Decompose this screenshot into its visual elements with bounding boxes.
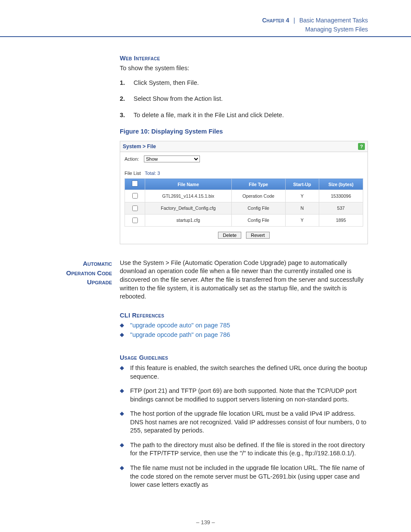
diamond-icon: ◆ <box>120 387 124 404</box>
page-header: Chapter 4 | Basic Management Tasks Manag… <box>0 0 411 37</box>
cell-size: 537 <box>319 202 363 214</box>
file-list-table: File Name File Type Start-Up Size (bytes… <box>125 178 363 227</box>
section-margin-label: Automatic Operation Code Upgrade <box>0 259 112 287</box>
step-number: 2. <box>120 95 129 103</box>
steps-list: 1. Click System, then File. 2. Select Sh… <box>120 79 368 120</box>
list-item: ◆ The host portion of the upgrade file l… <box>120 410 368 435</box>
page-number: – 139 – <box>0 519 411 526</box>
col-file-type: File Type <box>231 179 285 190</box>
step-item: 3. To delete a file, mark it in the File… <box>120 111 368 120</box>
breadcrumb: System > File <box>123 143 156 150</box>
usage-text: If this feature is enabled, the switch s… <box>130 364 368 381</box>
col-select-all[interactable] <box>125 179 145 190</box>
cell-file-name: GTL2691_v114.4.15.1.bix <box>145 190 232 202</box>
chapter-number: Chapter 4 <box>262 17 289 24</box>
step-text: Click System, then File. <box>134 79 199 87</box>
help-icon[interactable]: ? <box>358 143 365 150</box>
usage-guidelines-list: ◆ If this feature is enabled, the switch… <box>120 364 368 489</box>
cli-ref-link[interactable]: "upgrade opcode auto" on page 785 <box>130 321 230 330</box>
file-panel: System > File ? Action: Show File List T… <box>120 141 368 244</box>
table-row: Factory_Default_Config.cfg Config File N… <box>125 202 363 214</box>
cell-start-up: Y <box>285 190 319 202</box>
cell-file-name: Factory_Default_Config.cfg <box>145 202 232 214</box>
list-item: ◆ "upgrade opcode path" on page 786 <box>120 331 368 339</box>
table-row: startup1.cfg Config File Y 1895 <box>125 214 363 226</box>
table-row: GTL2691_v114.4.15.1.bix Operation Code Y… <box>125 190 363 202</box>
step-item: 2. Select Show from the Action list. <box>120 95 368 103</box>
usage-guidelines-heading: Usage Guidelines <box>120 354 368 362</box>
usage-text: The path to the directory must also be d… <box>130 441 368 458</box>
diamond-icon: ◆ <box>120 364 124 381</box>
revert-button[interactable]: Revert <box>246 232 269 239</box>
header-separator: | <box>293 17 295 24</box>
chapter-title: Basic Management Tasks <box>299 17 368 24</box>
cli-ref-link[interactable]: "upgrade opcode path" on page 786 <box>130 331 230 339</box>
row-checkbox[interactable] <box>132 205 138 211</box>
row-checkbox[interactable] <box>132 218 138 223</box>
step-text: Select Show from the Action list. <box>134 95 223 103</box>
action-label: Action: <box>125 156 139 162</box>
cli-references-heading: CLI References <box>120 311 368 320</box>
usage-text: The host portion of the upgrade file loc… <box>130 410 368 435</box>
action-select[interactable]: Show <box>144 156 200 162</box>
row-checkbox[interactable] <box>132 193 138 199</box>
file-list-label: File List <box>125 171 141 176</box>
cell-size: 1895 <box>319 214 363 226</box>
diamond-icon: ◆ <box>120 410 124 435</box>
cell-file-name: startup1.cfg <box>145 214 232 226</box>
list-item: ◆ "upgrade opcode auto" on page 785 <box>120 321 368 330</box>
diamond-icon: ◆ <box>120 322 124 330</box>
col-size: Size (bytes) <box>319 179 363 190</box>
step-number: 1. <box>120 79 129 87</box>
usage-text: FTP (port 21) and TFTP (port 69) are bot… <box>130 387 368 404</box>
step-item: 1. Click System, then File. <box>120 79 368 87</box>
file-list-total: Total: 3 <box>145 171 160 176</box>
cli-references-list: ◆ "upgrade opcode auto" on page 785 ◆ "u… <box>120 321 368 339</box>
step-number: 3. <box>120 111 129 120</box>
diamond-icon: ◆ <box>120 464 124 489</box>
delete-button[interactable]: Delete <box>218 232 241 239</box>
diamond-icon: ◆ <box>120 442 124 458</box>
chapter-subtitle: Managing System Files <box>0 25 368 34</box>
cell-start-up: Y <box>285 214 319 226</box>
col-file-name: File Name <box>145 179 232 190</box>
cell-file-type: Operation Code <box>231 190 285 202</box>
web-interface-lead: To show the system files: <box>120 64 368 73</box>
usage-text: The file name must not be included in th… <box>130 464 368 489</box>
cell-file-type: Config File <box>231 214 285 226</box>
col-start-up: Start-Up <box>285 179 319 190</box>
diamond-icon: ◆ <box>120 331 124 339</box>
cell-size: 15330096 <box>319 190 363 202</box>
figure-caption: Figure 10: Displaying System Files <box>120 128 368 136</box>
auto-upgrade-body: Use the System > File (Automatic Operati… <box>120 259 368 301</box>
list-item: ◆ The path to the directory must also be… <box>120 441 368 458</box>
list-item: ◆ FTP (port 21) and TFTP (port 69) are b… <box>120 387 368 404</box>
list-item: ◆ The file name must not be included in … <box>120 464 368 489</box>
web-interface-heading: Web Interface <box>120 54 368 63</box>
cell-start-up: N <box>285 202 319 214</box>
cell-file-type: Config File <box>231 202 285 214</box>
step-text: To delete a file, mark it in the File Li… <box>134 111 284 120</box>
list-item: ◆ If this feature is enabled, the switch… <box>120 364 368 381</box>
